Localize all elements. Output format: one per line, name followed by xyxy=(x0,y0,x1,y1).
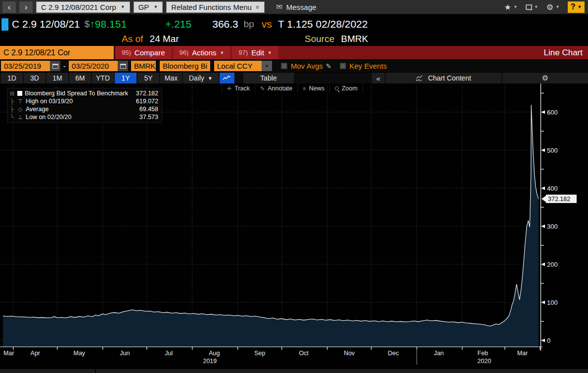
svg-text:Feb: Feb xyxy=(478,350,489,357)
settings-button[interactable]: ⚙ ▼ xyxy=(546,2,560,12)
compare-button[interactable]: 95) Compare xyxy=(115,46,172,59)
source-label: Source xyxy=(305,34,334,44)
svg-text:500: 500 xyxy=(547,147,558,154)
quote-change: +.215 xyxy=(165,18,191,30)
period-tab-1m[interactable]: 1M xyxy=(46,73,68,83)
period-tab-ytd[interactable]: YTD xyxy=(92,73,114,83)
table-tab[interactable]: Table xyxy=(243,73,294,83)
period-tab-6m[interactable]: 6M xyxy=(69,73,91,83)
tree-branch: ├ xyxy=(9,98,15,104)
security-dropdown[interactable]: C 2.9 12/08/2021 Corp ▼ xyxy=(36,1,130,13)
help-label: ? xyxy=(571,2,576,11)
price-direction-arrow: ↑ xyxy=(90,18,95,30)
date-from-input[interactable]: 03/25/2019 xyxy=(1,61,50,71)
chevron-down-icon: ▼ xyxy=(153,4,158,9)
spread-line-chart[interactable]: 0100200300400500600MarAprMayJunJulAugSep… xyxy=(0,83,588,369)
double-chevron-icon: » xyxy=(254,5,262,8)
function-toolbar: C 2.9 12/08/21 Cor 95) Compare 96) Actio… xyxy=(0,46,588,59)
benchmark-field[interactable]: BMRK xyxy=(131,61,156,71)
calendar-from-button[interactable] xyxy=(50,61,60,71)
security-field[interactable]: C 2.9 12/08/21 Cor xyxy=(0,46,115,59)
benchmark-security: T 1.125 02/28/2022 xyxy=(278,18,368,30)
svg-text:Aug: Aug xyxy=(209,350,220,357)
currency-dropdown-button[interactable]: ▼ xyxy=(262,61,272,71)
favorites-button[interactable]: ★ ▼ xyxy=(504,2,518,12)
status-strip-divider xyxy=(95,369,96,373)
export-button[interactable]: → ▼ xyxy=(526,4,539,10)
currency-symbol: $ xyxy=(85,19,90,30)
date-to-input[interactable]: 03/25/2020 xyxy=(69,61,118,71)
news-list-icon: ≡ xyxy=(303,85,306,91)
actions-button[interactable]: 96) Actions ▼ xyxy=(173,46,231,59)
period-tab-bar: 1D3D1M6MYTD1Y5YMax Daily ▼ Table « Chart… xyxy=(0,73,588,83)
vs-label: vs xyxy=(262,18,272,30)
crosshair-icon: ✛ xyxy=(227,85,231,92)
chart-content-button[interactable]: Chart Content xyxy=(386,73,501,83)
message-label: Message xyxy=(286,3,317,11)
key-events-label: Key Events xyxy=(350,62,387,70)
line-chart-icon xyxy=(223,75,231,81)
function-dropdown[interactable]: GP ▼ xyxy=(134,1,163,13)
svg-text:Mar: Mar xyxy=(517,350,528,357)
series-color-swatch xyxy=(17,91,22,96)
triangle-down-icon: ▼ xyxy=(208,76,213,81)
chevron-down-icon: ▼ xyxy=(220,50,225,55)
period-tab-3d[interactable]: 3D xyxy=(24,73,45,83)
security-color-marker xyxy=(1,18,8,31)
export-icon: → xyxy=(526,4,532,10)
help-button[interactable]: ? ▼ xyxy=(568,1,585,13)
last-value-badge: 372.182 xyxy=(542,195,577,203)
news-button[interactable]: ≡ News xyxy=(298,84,330,93)
period-tab-max[interactable]: Max xyxy=(160,73,182,83)
chart-panel: 0100200300400500600MarAprMayJunJulAugSep… xyxy=(0,83,588,369)
key-events-checkbox[interactable] xyxy=(340,63,346,69)
quote-price: 98.151 xyxy=(95,18,127,30)
chevron-down-icon: ▼ xyxy=(121,4,125,9)
forward-button[interactable]: › xyxy=(19,1,33,13)
price-source-field[interactable]: Bloomberg Bi xyxy=(160,61,210,71)
average-marker-icon: ◇ xyxy=(17,106,23,113)
period-tab-5y[interactable]: 5Y xyxy=(137,73,159,83)
period-tab-1d[interactable]: 1D xyxy=(1,73,23,83)
quote-ticker: C 2.9 12/08/21 xyxy=(12,18,80,30)
view-title: Line Chart xyxy=(544,46,588,59)
svg-text:May: May xyxy=(73,350,85,357)
annotate-button[interactable]: ✎ Annotate xyxy=(255,84,298,93)
chart-settings-gear-button[interactable]: ⚙ xyxy=(502,73,588,83)
collapse-panel-button[interactable]: « xyxy=(372,73,385,83)
calendar-to-button[interactable] xyxy=(118,61,128,71)
series-last-value: 372.182 xyxy=(136,90,158,97)
asof-label: As of xyxy=(122,34,143,44)
pencil-icon[interactable]: ✎ xyxy=(326,62,332,70)
frequency-dropdown[interactable]: Daily ▼ xyxy=(183,73,219,83)
svg-text:2019: 2019 xyxy=(203,358,217,365)
line-chart-type-button[interactable] xyxy=(220,73,234,83)
svg-text:Jan: Jan xyxy=(434,350,444,357)
period-tab-1y[interactable]: 1Y xyxy=(115,73,136,83)
track-button[interactable]: ✛ Track xyxy=(222,84,255,93)
legend-series-row: ⊟ Bloomberg Bid Spread To Benchmark 372.… xyxy=(9,89,158,97)
source-value: BMRK xyxy=(341,34,368,44)
calendar-icon xyxy=(52,64,58,69)
svg-text:2020: 2020 xyxy=(477,358,491,365)
function-dropdown-label: GP xyxy=(138,3,149,11)
svg-text:400: 400 xyxy=(547,185,558,192)
edit-button[interactable]: 97) Edit ▼ xyxy=(232,46,278,59)
currency-select[interactable]: Local CCY xyxy=(214,61,262,71)
svg-text:Oct: Oct xyxy=(299,350,309,357)
zoom-button[interactable]: Zoom xyxy=(330,84,363,93)
chart-legend[interactable]: ⊟ Bloomberg Bid Spread To Benchmark 372.… xyxy=(7,88,162,123)
svg-text:Jul: Jul xyxy=(165,350,173,357)
quote-row: C 2.9 12/08/21 $ ↑ 98.151 +.215 366.3 bp… xyxy=(0,16,588,33)
related-functions-menu[interactable]: Related Functions Menu » xyxy=(166,1,265,13)
high-marker-icon: ⊤ xyxy=(17,98,23,105)
message-button[interactable]: ✉ Message xyxy=(276,2,316,11)
top-toolbar: ‹ › C 2.9 12/08/2021 Corp ▼ GP ▼ Related… xyxy=(0,0,588,15)
back-button[interactable]: ‹ xyxy=(2,1,16,13)
mov-avgs-checkbox[interactable] xyxy=(281,63,287,69)
asof-row: As of 24 Mar Source BMRK xyxy=(0,33,588,45)
date-range-dash: - xyxy=(63,62,66,70)
tree-collapse-icon[interactable]: ⊟ xyxy=(9,90,15,97)
quote-spread: 366.3 xyxy=(212,18,238,30)
legend-low-row: └⊥Low on 02/20/2037.573 xyxy=(9,113,158,121)
